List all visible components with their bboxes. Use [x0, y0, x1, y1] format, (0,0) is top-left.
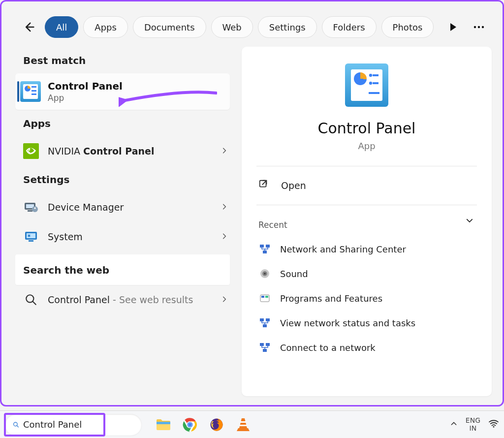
- svg-point-33: [188, 423, 192, 427]
- svg-rect-35: [240, 421, 246, 423]
- file-explorer-icon[interactable]: [155, 416, 172, 434]
- sound-icon: [258, 267, 271, 280]
- results-column: Best match Control Panel App Apps NVIDIA…: [12, 47, 233, 396]
- back-button[interactable]: [18, 16, 40, 38]
- network-icon: [258, 341, 271, 354]
- divider: [256, 166, 477, 166]
- programs-icon: [258, 292, 271, 305]
- chrome-icon[interactable]: [181, 416, 199, 434]
- svg-point-17: [264, 273, 266, 275]
- open-action[interactable]: Open: [256, 168, 477, 203]
- recent-programs-features[interactable]: Programs and Features: [256, 286, 477, 311]
- svg-rect-12: [260, 245, 264, 248]
- search-icon: [13, 420, 19, 430]
- taskbar: ENG IN: [0, 410, 504, 438]
- wifi-icon[interactable]: [488, 419, 499, 430]
- svg-rect-8: [27, 233, 35, 238]
- system-icon: [23, 229, 39, 245]
- recent-label: Sound: [280, 269, 308, 279]
- filter-web[interactable]: Web: [211, 16, 253, 38]
- expand-actions-button[interactable]: [465, 216, 474, 227]
- svg-point-37: [493, 426, 495, 428]
- network-icon: [258, 243, 271, 255]
- taskbar-systray: ENG IN: [450, 417, 499, 432]
- recent-label: View network status and tasks: [280, 318, 415, 328]
- recent-view-network-status[interactable]: View network status and tasks: [256, 311, 477, 335]
- control-panel-icon: [345, 63, 388, 107]
- svg-rect-24: [260, 343, 264, 346]
- next-filters-button[interactable]: [448, 22, 458, 32]
- recent-network-sharing-center[interactable]: Network and Sharing Center: [256, 237, 477, 261]
- svg-rect-26: [263, 349, 267, 352]
- app-nvidia-control-panel[interactable]: NVIDIA Control Panel: [12, 136, 233, 166]
- svg-rect-13: [266, 245, 270, 248]
- chevron-right-icon: [221, 232, 228, 242]
- open-label: Open: [281, 180, 306, 191]
- chevron-right-icon: [221, 295, 228, 305]
- svg-point-0: [474, 26, 476, 28]
- recent-label: Connect to a network: [280, 343, 376, 353]
- detail-subtitle: App: [358, 141, 375, 151]
- svg-rect-29: [157, 422, 170, 424]
- filter-bar: All Apps Documents Web Settings Folders …: [1, 1, 503, 47]
- network-icon: [258, 316, 271, 329]
- recent-sound[interactable]: Sound: [256, 261, 477, 286]
- best-match-subtitle: App: [48, 93, 123, 103]
- best-match-texts: Control Panel App: [48, 80, 123, 103]
- app-nvidia-label: NVIDIA Control Panel: [48, 146, 212, 156]
- svg-point-2: [482, 26, 484, 28]
- recent-connect-network[interactable]: Connect to a network: [256, 335, 477, 360]
- best-match-heading: Best match: [12, 47, 233, 73]
- control-panel-icon: [20, 81, 41, 102]
- svg-point-1: [478, 26, 480, 28]
- settings-heading: Settings: [12, 166, 233, 192]
- detail-panel: Control Panel App Open Recent Network an…: [242, 47, 492, 396]
- taskbar-search[interactable]: [5, 414, 142, 436]
- setting-device-manager[interactable]: Device Manager: [12, 192, 233, 222]
- more-options-button[interactable]: [472, 22, 486, 32]
- chevron-right-icon: [221, 147, 228, 156]
- device-manager-icon: [23, 199, 39, 215]
- search-web-heading: Search the web: [15, 256, 230, 283]
- svg-rect-19: [261, 296, 264, 298]
- divider: [256, 205, 477, 205]
- setting-device-manager-label: Device Manager: [48, 202, 212, 213]
- filter-photos[interactable]: Photos: [381, 16, 434, 38]
- taskbar-pinned-apps: [155, 416, 252, 434]
- filter-settings[interactable]: Settings: [258, 16, 317, 38]
- search-icon: [23, 292, 39, 308]
- firefox-icon[interactable]: [208, 416, 225, 434]
- svg-rect-14: [263, 250, 267, 253]
- filter-pills: All Apps Documents Web Settings Folders …: [45, 16, 434, 38]
- svg-rect-36: [240, 425, 247, 426]
- detail-title: Control Panel: [318, 120, 416, 137]
- filter-documents[interactable]: Documents: [133, 16, 206, 38]
- best-match-title: Control Panel: [48, 80, 123, 92]
- taskbar-search-wrap: [5, 414, 142, 436]
- best-match-result[interactable]: Control Panel App: [15, 73, 230, 110]
- filter-all[interactable]: All: [45, 16, 78, 38]
- content-area: Best match Control Panel App Apps NVIDIA…: [1, 47, 503, 405]
- nvidia-icon: [23, 143, 39, 159]
- start-search-window: All Apps Documents Web Settings Folders …: [0, 0, 504, 407]
- search-web-section: Search the web: [15, 254, 230, 285]
- filter-folders[interactable]: Folders: [322, 16, 377, 38]
- svg-rect-20: [265, 296, 268, 298]
- tray-overflow-button[interactable]: [450, 420, 458, 429]
- recent-heading: Recent: [256, 207, 477, 237]
- vlc-icon[interactable]: [234, 416, 252, 434]
- setting-system[interactable]: System: [12, 222, 233, 251]
- web-search-label: Control Panel - See web results: [48, 294, 212, 305]
- svg-rect-9: [29, 240, 33, 242]
- language-indicator[interactable]: ENG IN: [466, 417, 480, 432]
- open-icon: [258, 179, 269, 192]
- web-search-result[interactable]: Control Panel - See web results: [12, 285, 233, 314]
- svg-rect-22: [266, 318, 270, 321]
- taskbar-search-input[interactable]: [23, 419, 134, 430]
- setting-system-label: System: [48, 231, 212, 242]
- svg-rect-5: [28, 210, 32, 212]
- svg-rect-23: [263, 324, 267, 327]
- filter-apps[interactable]: Apps: [83, 16, 128, 38]
- apps-heading: Apps: [12, 110, 233, 136]
- detail-hero: Control Panel App: [256, 61, 477, 164]
